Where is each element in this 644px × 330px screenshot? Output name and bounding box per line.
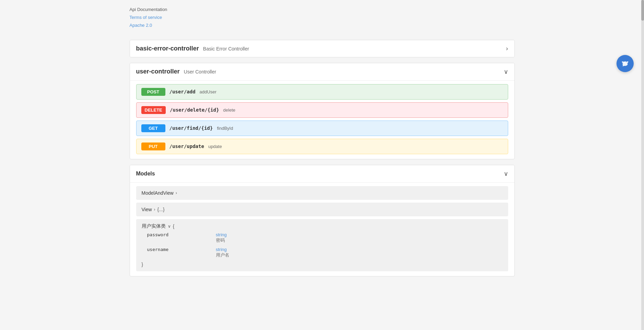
user-controller-title-group: user-controller User Controller: [136, 68, 216, 75]
user-controller-section: user-controller User Controller ∨ POST /…: [130, 63, 515, 159]
endpoint-summary-delete: delete: [223, 107, 235, 113]
field-password-desc: 密码: [216, 237, 227, 243]
endpoint-put-update[interactable]: PUT /user/update update: [136, 139, 508, 154]
endpoint-summary-find: findById: [217, 126, 233, 131]
field-password-type: string: [216, 232, 227, 237]
endpoint-path-delete: /user/delete/{id}: [170, 107, 219, 113]
field-username-type-group: string 用户名: [216, 247, 229, 258]
models-section: Models ∨ ModelAndView › View › {...}: [130, 165, 515, 276]
user-controller-desc: User Controller: [184, 69, 216, 75]
field-username-desc: 用户名: [216, 252, 229, 258]
user-entity-open-brace: {: [173, 224, 175, 229]
field-password-name: password: [147, 232, 216, 237]
endpoint-get-find[interactable]: GET /user/find/{id} findById: [136, 121, 508, 136]
bird-icon: [620, 58, 630, 69]
put-badge: PUT: [141, 143, 165, 150]
view-brace: {...}: [157, 207, 165, 212]
field-username-name: username: [147, 247, 216, 252]
endpoint-path-update: /user/update: [170, 144, 204, 149]
user-entity-fields: password string 密码 username string 用户名: [142, 232, 503, 258]
post-badge: POST: [141, 88, 165, 96]
model-and-view-row: ModelAndView ›: [142, 190, 503, 196]
license-link[interactable]: Apache 2.0: [130, 21, 515, 29]
user-entity-row: 用户实体类 ∨ {: [142, 223, 503, 229]
model-and-view-expand-icon: ›: [176, 191, 177, 195]
user-controller-name: user-controller: [136, 68, 180, 75]
delete-badge: DELETE: [141, 106, 166, 114]
api-doc-title: Api Documentation: [130, 7, 515, 12]
endpoint-summary-update: update: [208, 144, 222, 149]
models-list: ModelAndView › View › {...} 用户实体类 ∨ {: [130, 182, 514, 276]
user-entity-name: 用户实体类: [142, 223, 166, 229]
models-header[interactable]: Models ∨: [130, 165, 514, 182]
user-entity-item[interactable]: 用户实体类 ∨ { password string 密码: [136, 219, 508, 271]
basic-error-controller-name: basic-error-controller: [136, 45, 199, 52]
get-badge: GET: [141, 124, 165, 132]
endpoint-delete[interactable]: DELETE /user/delete/{id} delete: [136, 102, 508, 118]
endpoint-summary-add: addUser: [199, 89, 216, 94]
terms-of-service-link[interactable]: Terms of service: [130, 13, 515, 21]
view-item[interactable]: View › {...}: [136, 203, 508, 216]
field-username-type: string: [216, 247, 229, 252]
basic-error-controller-section: basic-error-controller Basic Error Contr…: [130, 40, 515, 57]
models-chevron-icon: ∨: [504, 170, 508, 178]
basic-error-controller-header[interactable]: basic-error-controller Basic Error Contr…: [130, 40, 514, 57]
user-entity-expand-icon: ∨: [168, 224, 171, 229]
endpoint-post-add[interactable]: POST /user/add addUser: [136, 84, 508, 100]
scroll-thumb[interactable]: [641, 0, 644, 21]
view-row: View › {...}: [142, 207, 503, 212]
field-password-type-group: string 密码: [216, 232, 227, 243]
model-and-view-name: ModelAndView: [142, 190, 174, 196]
models-title: Models: [136, 171, 155, 177]
view-name: View: [142, 207, 152, 212]
controller-title-group: basic-error-controller Basic Error Contr…: [136, 45, 249, 52]
basic-error-controller-desc: Basic Error Controller: [203, 46, 249, 52]
scrollbar[interactable]: [641, 0, 644, 289]
view-expand-icon: ›: [154, 207, 155, 212]
floating-bird-button[interactable]: [616, 55, 634, 72]
user-entity-close-brace: }: [142, 262, 503, 267]
endpoint-path-add: /user/add: [170, 89, 196, 94]
field-password-row: password string 密码: [147, 232, 503, 243]
endpoint-path-find: /user/find/{id}: [170, 125, 213, 131]
model-and-view-item[interactable]: ModelAndView ›: [136, 186, 508, 200]
user-controller-chevron-icon: ∨: [504, 68, 508, 76]
header-section: Api Documentation Terms of service Apach…: [130, 7, 515, 30]
user-controller-header[interactable]: user-controller User Controller ∨: [130, 63, 514, 80]
field-username-row: username string 用户名: [147, 247, 503, 258]
endpoints-list: POST /user/add addUser DELETE /user/dele…: [130, 80, 514, 159]
basic-error-chevron-icon: ›: [506, 45, 508, 52]
